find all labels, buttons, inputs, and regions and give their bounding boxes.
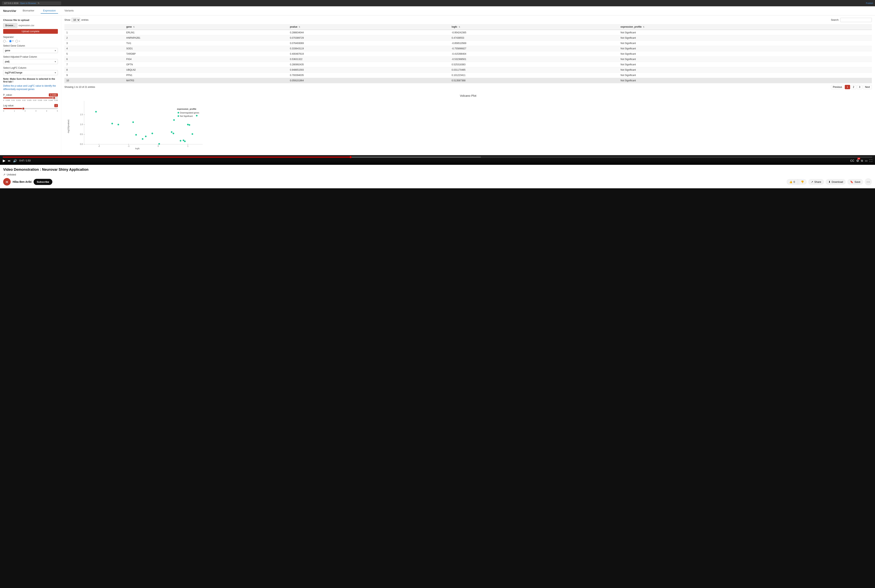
table-row: 9 PFN1 0.793394035 0.101223411 Not Signi… (65, 73, 872, 78)
next-button[interactable]: Next (863, 85, 872, 89)
tab-expression[interactable]: Expression (41, 8, 58, 14)
radio-dot[interactable]: • (9, 40, 13, 42)
radio-semicolon[interactable]: ○ (15, 40, 20, 42)
cell-logfc: -0.856510569 (450, 40, 619, 46)
plot-point-9 (158, 143, 160, 145)
volume-button[interactable]: 🔊 (13, 159, 17, 163)
gene-column-label: Select Gene Column (3, 44, 58, 47)
cell-pvalue: 0.333643119 (288, 46, 450, 51)
svg-text:0.0: 0.0 (80, 143, 83, 145)
cell-profile: Not Significant (619, 73, 872, 78)
cell-num: 8 (65, 67, 124, 73)
channel-info: H Hiba Ben Aribi Subscribe (3, 178, 52, 186)
showing-text: Showing 1 to 10 of 21 entries (65, 86, 95, 88)
cell-logfc: 0.031170485 (450, 67, 619, 73)
cell-gene: TIA1 (124, 40, 288, 46)
log-slider-label: Log value: (3, 104, 14, 107)
cell-num: 6 (65, 57, 124, 62)
next-video-button[interactable]: ⏭ (8, 159, 11, 162)
cell-logfc: -0.415398404 (450, 51, 619, 57)
fullscreen-button[interactable]: ⛶ (869, 159, 872, 162)
cell-gene: PFN1 (124, 73, 288, 78)
publish-button[interactable]: Publish (866, 2, 873, 4)
cell-gene: FIG4 (124, 57, 288, 62)
prev-button[interactable]: Previous (831, 85, 844, 89)
open-in-browser-link[interactable]: Open in Browser (20, 2, 36, 4)
play-pause-button[interactable]: ▶ (3, 159, 6, 163)
logfc-column-select[interactable]: log2FoldChange (3, 70, 58, 75)
pvalue-value-badge: 0.0465 (49, 93, 58, 96)
dislike-icon: 👎 (801, 180, 804, 183)
legend-notsig-label: Not Significant (180, 115, 193, 117)
radio-comma[interactable]: , (3, 40, 7, 42)
settings-wrapper: ⚙ HD (856, 159, 859, 163)
cell-pvalue: 0.076493069 (288, 40, 450, 46)
plot-point-18 (192, 133, 193, 135)
tab-variants[interactable]: Variants (62, 8, 76, 14)
channel-avatar[interactable]: H (3, 178, 11, 186)
pvalue-slider-track[interactable] (3, 97, 58, 99)
action-buttons: 👍 0 👎 ↗ Share ⬇ Download 🔖 Save ⋯ (786, 178, 872, 185)
log-slider-thumb[interactable] (22, 107, 25, 110)
cell-profile: Not Significant (619, 78, 872, 83)
pvalue-column-select[interactable]: padj (3, 59, 58, 64)
plot-point-10 (171, 131, 173, 133)
log-slider-track[interactable] (3, 108, 58, 109)
plot-area: -log10(pvalue) logfc 0.0 (66, 99, 870, 151)
search-box: Search: (831, 18, 872, 22)
col-profile[interactable]: expression_profile ⇅ (619, 24, 872, 30)
gene-column-select[interactable]: gene (3, 48, 58, 53)
entries-label: entries (81, 18, 89, 21)
subscribe-button[interactable]: Subscribe (33, 179, 52, 185)
page-2-button[interactable]: 2 (851, 85, 856, 89)
share-button[interactable]: ↗ Share (808, 179, 824, 185)
plot-point-19 (196, 115, 197, 117)
unlisted-tag: Unlisted (7, 173, 16, 176)
download-button[interactable]: ⬇ Download (825, 179, 846, 185)
log-slider-fill (3, 108, 23, 109)
search-input[interactable] (840, 18, 872, 22)
plot-point-13 (180, 140, 181, 141)
channel-action-row: H Hiba Ben Aribi Subscribe 👍 0 👎 ↗ Share… (3, 178, 872, 186)
cell-gene: ERLIN1 (124, 30, 288, 35)
cell-num: 2 (65, 35, 124, 40)
upload-status: Upload complete (3, 29, 58, 34)
nav-brand: NeuroVar (3, 9, 17, 12)
browse-button[interactable]: Browse... (3, 23, 17, 28)
pvalue-column-label: Select Adjusted P-value Column (3, 56, 58, 58)
svg-text:logfc: logfc (135, 147, 140, 150)
entries-select[interactable]: 102550 (72, 18, 80, 22)
save-icon: 🔖 (850, 180, 853, 183)
browser-url-bar[interactable]: 127.0.0.1:3216 Open in Browser ↻ (2, 2, 61, 5)
theater-button[interactable]: ▭ (865, 159, 867, 162)
download-icon: ⬇ (828, 180, 831, 183)
cell-profile: Not Significant (619, 62, 872, 67)
page-1-button[interactable]: 1 (845, 85, 850, 89)
miniplayer-button[interactable]: ⧉ (861, 159, 863, 162)
pvalue-slider-thumb[interactable] (53, 96, 56, 99)
like-button[interactable]: 👍 0 (786, 179, 798, 185)
more-button[interactable]: ⋯ (865, 178, 872, 185)
pvalue-column-wrapper: padj ▼ (3, 59, 58, 64)
controls-row: ▶ ⏭ 🔊 0:47 / 1:53 CC ⚙ HD ⧉ ▭ ⛶ (3, 159, 872, 163)
progress-bar[interactable] (3, 157, 872, 158)
save-button[interactable]: 🔖 Save (847, 179, 863, 185)
cc-button[interactable]: CC (850, 159, 854, 162)
cell-profile: Not Significant (619, 67, 872, 73)
plot-point-11 (173, 133, 174, 134)
table-row: 5 TARDBP 0.400487619 -0.415398404 Not Si… (65, 51, 872, 57)
cell-gene: SOD1 (124, 46, 288, 51)
tab-biomarker[interactable]: Biomarker (20, 8, 37, 14)
dislike-button[interactable]: 👎 (798, 179, 807, 185)
table-row: 7 OPTN 0.280992435 0.525318383 Not Signi… (65, 62, 872, 67)
col-gene[interactable]: gene ⇅ (124, 24, 288, 30)
table-row: 10 MATR3 0.059101964 0.513587368 Not Sig… (65, 78, 872, 83)
plot-point-4 (132, 122, 134, 123)
refresh-icon[interactable]: ↻ (38, 2, 39, 4)
page-3-button[interactable]: 3 (857, 85, 862, 89)
nav-bar: NeuroVar Biomarker Expression Variants (0, 6, 875, 15)
logfc-column-label: Select LogFC Column (3, 66, 58, 69)
svg-text:-1: -1 (128, 145, 129, 147)
col-pvalue[interactable]: pvalue ⇅ (288, 24, 450, 30)
col-logfc[interactable]: logfc ⇅ (450, 24, 619, 30)
